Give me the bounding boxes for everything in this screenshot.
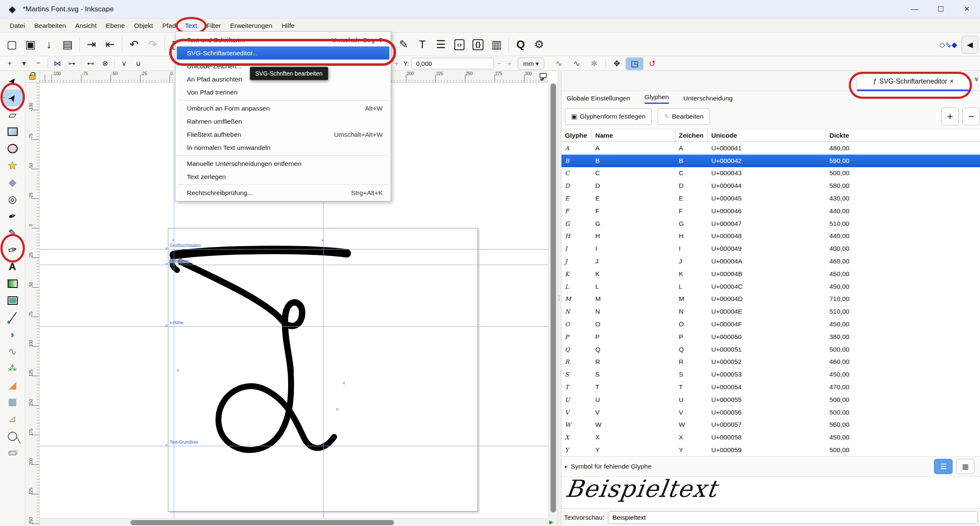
spray-tool-icon[interactable]: ⁂	[2, 360, 24, 377]
panel-splitter[interactable]	[558, 71, 561, 526]
maximize-button[interactable]: ☐	[928, 0, 954, 19]
xml-editor-icon[interactable]: ‹›	[450, 35, 469, 54]
corner-node-icon[interactable]: ∨	[117, 57, 131, 70]
vertical-ruler[interactable]: -100-75-50-25025507510012515017520022525…	[25, 83, 40, 526]
mesh-tool-icon[interactable]	[2, 292, 24, 309]
guide-anchor-icon[interactable]: ×	[165, 323, 167, 328]
column-header-unicode[interactable]: Unicode	[708, 129, 826, 142]
insert-node-icon[interactable]: +	[3, 57, 17, 70]
table-row-b[interactable]: BBBU+000042590,00	[562, 155, 980, 167]
text-dialog-icon[interactable]: T	[413, 35, 432, 54]
measure-tool-icon[interactable]: ⊿	[2, 410, 24, 427]
text-preview-input[interactable]	[608, 511, 978, 524]
snap-icon[interactable]: ◇⇘◆	[939, 40, 957, 49]
y-plus-stepper[interactable]: +	[504, 58, 514, 69]
vertical-guide-line[interactable]	[174, 83, 174, 518]
remove-glyph-button[interactable]: −	[962, 108, 980, 125]
gradient-tool-icon[interactable]	[2, 275, 24, 292]
menu-bearbeiten[interactable]: Bearbeiten	[30, 19, 70, 33]
tab-svg-font-editor[interactable]: ƒ SVG-Schriftarteneditor ×	[857, 73, 970, 91]
menu-filter[interactable]: Filter	[202, 19, 225, 33]
ellipse-tool-icon[interactable]	[2, 140, 24, 157]
display-units-icon[interactable]	[540, 73, 547, 78]
object-to-path-icon[interactable]: ∿	[568, 57, 586, 70]
table-row-j[interactable]: JJJU+00004A460,00	[562, 255, 980, 268]
chevron-down-icon[interactable]: ∨	[974, 75, 979, 83]
add-glyph-button[interactable]: +	[941, 108, 959, 125]
node-marker-icon[interactable]: ×	[176, 368, 179, 374]
guide-anchor-icon[interactable]: ×	[165, 261, 167, 266]
calligraphy-dialog-icon[interactable]: ✎	[394, 35, 413, 54]
guide-anchor-icon[interactable]: ×	[165, 442, 167, 447]
star-tool-icon[interactable]: ★	[2, 157, 24, 174]
menu-erweiterungen[interactable]: Erweiterungen	[225, 19, 277, 33]
menu-item-umbruch-an-form-anpassen[interactable]: Umbruch an Form anpassenAlt+W	[177, 102, 389, 115]
menu-datei[interactable]: Datei	[5, 19, 30, 33]
vertical-scrollbar[interactable]	[548, 83, 558, 518]
horizontal-scrollbar-thumb[interactable]	[130, 520, 394, 525]
redo-icon[interactable]: ↷	[143, 35, 162, 54]
transform-handles-icon[interactable]: ✥	[608, 57, 626, 70]
guide-anchor-icon[interactable]: ×	[165, 246, 167, 251]
grid-view-button[interactable]: ▦	[956, 459, 975, 474]
missing-glyph-expander[interactable]: ▸ Symbol für fehlende Glyphe ☰ ▦	[562, 456, 980, 477]
table-row-g[interactable]: GGGU+000047510,00	[562, 217, 980, 230]
tweak-tool-icon[interactable]: ∿	[2, 343, 24, 360]
pencil-tool-icon[interactable]: ✎	[2, 225, 24, 241]
list-view-button[interactable]: ☰	[934, 459, 953, 474]
break-nodes-icon[interactable]: ⊷	[84, 57, 98, 70]
show-handles-icon[interactable]: ◳	[626, 57, 643, 70]
table-row-y[interactable]: YYYU+000059500,00	[562, 444, 980, 456]
new-document-icon[interactable]: ▢	[3, 35, 21, 54]
menu-item-manuelle-unterschneidungen-entfernen[interactable]: Manuelle Unterschneidungen entfernen	[177, 157, 389, 170]
guide-line-oberl-nge[interactable]	[40, 265, 548, 265]
pen-tool-icon[interactable]: ✒	[2, 208, 24, 225]
node-tool-icon[interactable]: ➤	[2, 89, 24, 106]
menu-ebene[interactable]: Ebene	[101, 19, 130, 33]
selector-tool-icon[interactable]: ➤	[2, 73, 24, 89]
box3d-tool-icon[interactable]: ◆	[2, 174, 24, 191]
object-properties-icon[interactable]: {}	[469, 35, 487, 54]
table-row-n[interactable]: NNNU+00004E510,00	[562, 305, 980, 318]
join-segment-icon[interactable]: ⊶	[65, 57, 79, 70]
flatten-spiro-icon[interactable]: ✱	[586, 57, 603, 70]
table-row-s[interactable]: SSSU+000053450,00	[562, 368, 980, 381]
pages-tool-icon[interactable]: ▭	[2, 444, 24, 461]
edit-clip-path-icon[interactable]: ↺	[643, 57, 661, 70]
menu-hilfe[interactable]: Hilfe	[277, 19, 299, 33]
table-row-t[interactable]: TTTU+000054470,00	[562, 381, 980, 393]
menu-ansicht[interactable]: Ansicht	[70, 19, 101, 33]
import-icon[interactable]: ⇥	[82, 35, 101, 54]
node-marker-icon[interactable]: ×	[336, 407, 339, 412]
tab-globale-einstellungen[interactable]: Globale Einstellungen	[567, 95, 630, 104]
y-minus-stepper[interactable]: −	[494, 58, 504, 69]
smooth-node-icon[interactable]: ∪	[131, 57, 146, 70]
delete-node-icon[interactable]: −	[31, 57, 46, 70]
guide-anchor-icon[interactable]: ×	[321, 238, 324, 243]
menu-item-rahmen-umflie-en[interactable]: Rahmen umfließen	[177, 115, 389, 128]
table-row-q[interactable]: QQQU+000051500,00	[562, 343, 980, 356]
table-row-o[interactable]: OOOU+00004F450,00	[562, 318, 980, 331]
guide-line-text-grundlinie[interactable]	[40, 446, 548, 446]
menu-item-text-zerlegen[interactable]: Text zerlegen	[177, 170, 389, 183]
set-glyph-shape-button[interactable]: ▣ Glyphenform festlegen	[565, 108, 652, 125]
table-row-i[interactable]: IIIU+000049400,00	[562, 242, 980, 255]
menu-item-flie-text-aufheben[interactable]: Fließtext aufhebenUmschalt+Alt+W	[177, 128, 389, 141]
column-header-name[interactable]: Name	[592, 129, 675, 142]
align-dialog-icon[interactable]: ▥	[487, 35, 506, 54]
column-header-glyphe[interactable]: Glyphe	[562, 129, 592, 142]
undo-icon[interactable]: ↶	[125, 35, 143, 54]
guide-line-x-h-he[interactable]	[40, 326, 548, 327]
table-row-e[interactable]: EEEU+000045430,00	[562, 192, 980, 205]
menu-objekt[interactable]: Objekt	[130, 19, 158, 33]
text-tool-icon[interactable]: A	[2, 258, 24, 275]
table-row-h[interactable]: HHHU+000048440,00	[562, 230, 980, 243]
close-button[interactable]: ✕	[954, 0, 980, 19]
table-row-l[interactable]: LLLU+00004C450,00	[562, 280, 980, 293]
delete-segment-icon[interactable]: ⊗	[98, 57, 112, 70]
tab-unterschneidung[interactable]: Unterschneidung	[683, 95, 733, 104]
print-icon[interactable]: ▤	[58, 35, 77, 54]
snap-collapse-button[interactable]: ◀	[961, 36, 978, 54]
guide-line-gro-buchstaben[interactable]	[40, 249, 548, 249]
y-coordinate-input[interactable]	[411, 58, 494, 69]
